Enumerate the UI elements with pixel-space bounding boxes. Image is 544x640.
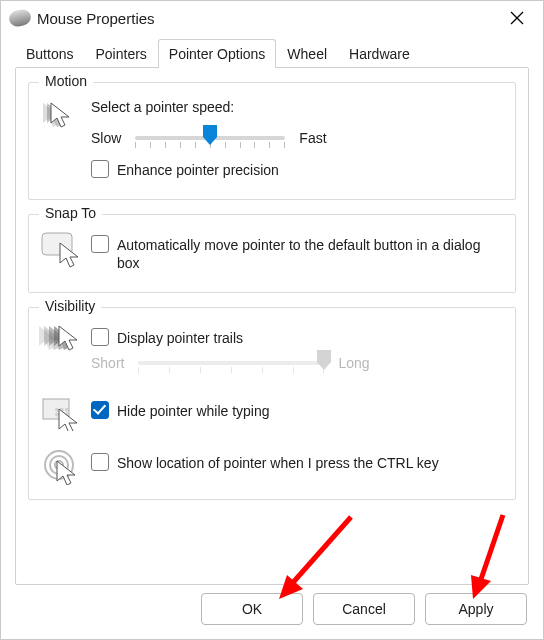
group-visibility: Visibility Display pointer trails bbox=[28, 307, 516, 500]
slow-label: Slow bbox=[91, 130, 121, 146]
group-title-visibility: Visibility bbox=[39, 298, 101, 314]
mouse-icon bbox=[8, 8, 33, 28]
hide-while-typing-icon bbox=[39, 395, 83, 431]
pointer-speed-label: Select a pointer speed: bbox=[91, 98, 505, 116]
pointer-trails-label: Display pointer trails bbox=[117, 329, 243, 347]
hide-while-typing-checkbox[interactable] bbox=[91, 401, 109, 419]
tab-panel: Motion Select a pointer speed: Slow bbox=[15, 67, 529, 585]
ctrl-locate-label: Show location of pointer when I press th… bbox=[117, 454, 439, 472]
titlebar: Mouse Properties bbox=[1, 1, 543, 35]
group-title-snapto: Snap To bbox=[39, 205, 102, 221]
group-title-motion: Motion bbox=[39, 73, 93, 89]
mouse-properties-dialog: Mouse Properties Buttons Pointers Pointe… bbox=[0, 0, 544, 640]
svg-point-17 bbox=[65, 408, 69, 412]
snap-to-label: Automatically move pointer to the defaul… bbox=[117, 236, 505, 272]
tab-buttons[interactable]: Buttons bbox=[15, 39, 84, 68]
ok-button[interactable]: OK bbox=[201, 593, 303, 625]
dialog-buttons: OK Cancel Apply bbox=[201, 593, 527, 625]
trails-long-label: Long bbox=[338, 355, 369, 371]
group-motion: Motion Select a pointer speed: Slow bbox=[28, 82, 516, 200]
close-button[interactable] bbox=[497, 3, 537, 33]
svg-point-18 bbox=[55, 413, 59, 417]
pointer-trails-slider bbox=[138, 351, 324, 375]
enhance-precision-label: Enhance pointer precision bbox=[117, 161, 279, 179]
tab-pointer-options[interactable]: Pointer Options bbox=[158, 39, 277, 68]
fast-label: Fast bbox=[299, 130, 326, 146]
pointer-trails-checkbox[interactable] bbox=[91, 328, 109, 346]
svg-marker-13 bbox=[317, 350, 331, 370]
ctrl-locate-checkbox[interactable] bbox=[91, 453, 109, 471]
tab-pointers[interactable]: Pointers bbox=[84, 39, 157, 68]
hide-while-typing-label: Hide pointer while typing bbox=[117, 402, 270, 420]
tab-hardware[interactable]: Hardware bbox=[338, 39, 421, 68]
cancel-button[interactable]: Cancel bbox=[313, 593, 415, 625]
group-snapto: Snap To Automatically move pointer to th… bbox=[28, 214, 516, 293]
pointer-trails-icon bbox=[39, 322, 83, 356]
window-title: Mouse Properties bbox=[37, 10, 155, 27]
apply-button[interactable]: Apply bbox=[425, 593, 527, 625]
enhance-precision-checkbox[interactable] bbox=[91, 160, 109, 178]
svg-point-15 bbox=[55, 408, 59, 412]
snap-to-checkbox[interactable] bbox=[91, 235, 109, 253]
trails-short-label: Short bbox=[91, 355, 124, 371]
close-icon bbox=[510, 11, 524, 25]
tab-wheel[interactable]: Wheel bbox=[276, 39, 338, 68]
ctrl-locate-icon bbox=[39, 447, 83, 485]
svg-marker-5 bbox=[203, 125, 217, 145]
pointer-speed-icon bbox=[39, 97, 83, 133]
snap-to-icon bbox=[39, 229, 83, 269]
tabstrip: Buttons Pointers Pointer Options Wheel H… bbox=[1, 35, 543, 67]
pointer-speed-slider[interactable] bbox=[135, 126, 285, 150]
